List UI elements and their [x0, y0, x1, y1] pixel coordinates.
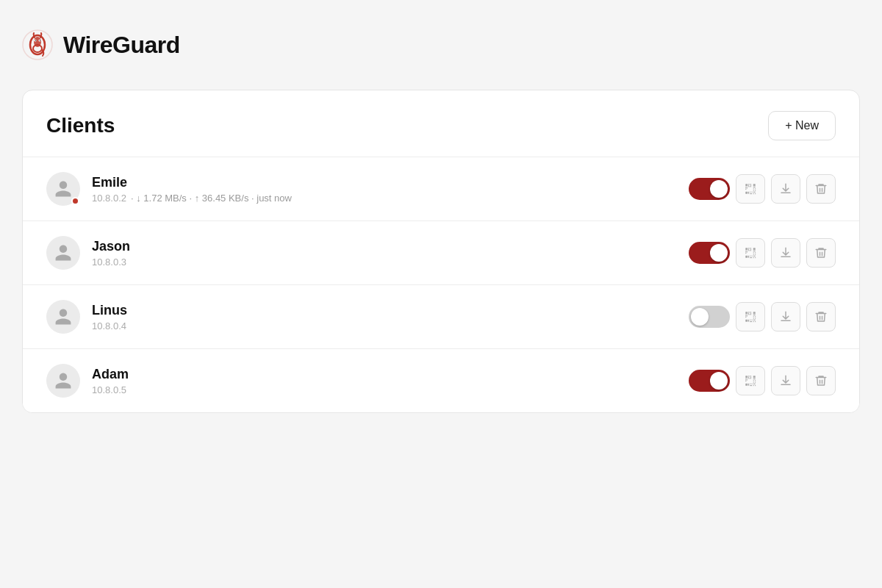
client-avatar — [46, 300, 80, 334]
new-client-button[interactable]: + New — [768, 111, 836, 140]
svg-point-6 — [35, 40, 36, 40]
svg-rect-98 — [748, 377, 749, 378]
svg-rect-77 — [745, 316, 746, 317]
delete-button[interactable] — [806, 238, 836, 268]
client-row: Linus 10.8.0.4 — [23, 285, 859, 349]
client-meta: 10.8.0.3 — [92, 257, 674, 268]
delete-button[interactable] — [806, 174, 836, 204]
svg-rect-21 — [745, 188, 746, 189]
svg-rect-70 — [748, 313, 749, 314]
client-toggle[interactable] — [689, 370, 730, 392]
download-icon — [779, 310, 792, 323]
client-name: Adam — [92, 367, 674, 382]
svg-rect-92 — [745, 376, 747, 378]
svg-rect-95 — [748, 376, 749, 376]
svg-rect-47 — [745, 251, 746, 251]
svg-rect-53 — [753, 252, 754, 253]
svg-rect-67 — [748, 312, 749, 312]
toggle-thumb — [710, 244, 728, 262]
svg-rect-37 — [753, 248, 756, 250]
qr-code-button[interactable] — [736, 174, 765, 204]
wireguard-logo-icon — [22, 29, 53, 60]
svg-rect-34 — [753, 193, 754, 194]
svg-rect-94 — [745, 384, 747, 386]
person-icon — [54, 307, 73, 326]
svg-rect-105 — [745, 380, 746, 381]
svg-rect-58 — [750, 257, 752, 258]
client-avatar — [46, 172, 80, 206]
svg-rect-90 — [753, 321, 754, 322]
svg-rect-72 — [748, 314, 749, 315]
client-info: Linus 10.8.0.4 — [92, 303, 674, 331]
svg-rect-106 — [747, 380, 747, 381]
svg-rect-119 — [755, 385, 756, 386]
person-icon — [54, 179, 73, 198]
svg-rect-22 — [747, 188, 747, 189]
svg-rect-10 — [745, 192, 747, 194]
svg-rect-19 — [745, 187, 746, 187]
svg-rect-100 — [748, 378, 749, 379]
download-button[interactable] — [771, 238, 800, 268]
client-toggle[interactable] — [689, 178, 730, 200]
svg-rect-28 — [750, 192, 750, 193]
svg-rect-17 — [750, 186, 750, 187]
svg-rect-62 — [753, 257, 754, 258]
app-header: WireGuard — [22, 22, 860, 68]
svg-rect-33 — [753, 192, 756, 193]
client-toggle[interactable] — [689, 306, 730, 328]
svg-rect-68 — [750, 312, 750, 312]
svg-rect-85 — [752, 320, 753, 320]
svg-rect-56 — [750, 256, 750, 257]
download-button[interactable] — [771, 302, 800, 331]
qr-code-button[interactable] — [736, 238, 765, 268]
svg-rect-81 — [753, 316, 754, 317]
svg-point-7 — [40, 40, 40, 40]
trash-icon — [814, 374, 828, 387]
qr-code-button[interactable] — [736, 366, 765, 395]
toggle-thumb — [710, 180, 728, 198]
client-avatar — [46, 236, 80, 270]
clients-card: Clients + New Emile 10.8.0.2 · ↓ 1.72 MB… — [22, 90, 860, 413]
svg-rect-54 — [755, 252, 756, 253]
svg-rect-86 — [750, 321, 752, 322]
svg-rect-52 — [753, 251, 756, 251]
client-name: Linus — [92, 303, 674, 318]
client-actions — [689, 366, 836, 395]
svg-rect-108 — [753, 379, 756, 379]
svg-rect-84 — [750, 320, 750, 320]
svg-rect-57 — [752, 256, 753, 257]
qr-code-icon — [744, 246, 757, 259]
svg-rect-60 — [755, 254, 756, 255]
download-icon — [779, 374, 792, 387]
svg-rect-64 — [745, 312, 747, 314]
delete-button[interactable] — [806, 366, 836, 395]
qr-code-icon — [744, 374, 757, 387]
svg-rect-87 — [753, 318, 754, 319]
client-name: Jason — [92, 239, 674, 254]
svg-rect-30 — [750, 193, 752, 194]
download-button[interactable] — [771, 174, 800, 204]
svg-rect-16 — [748, 186, 749, 187]
svg-rect-97 — [750, 376, 751, 376]
svg-rect-49 — [745, 252, 746, 253]
download-button[interactable] — [771, 366, 800, 395]
toggle-thumb — [710, 372, 728, 390]
svg-rect-13 — [750, 184, 751, 184]
svg-rect-12 — [750, 184, 750, 184]
svg-rect-71 — [750, 313, 751, 314]
person-icon — [54, 371, 73, 390]
svg-rect-42 — [748, 249, 749, 250]
svg-rect-39 — [748, 248, 749, 248]
client-info: Emile 10.8.0.2 · ↓ 1.72 MB/s · ↑ 36.45 K… — [92, 175, 674, 204]
delete-button[interactable] — [806, 302, 836, 331]
svg-rect-116 — [755, 382, 756, 383]
svg-rect-80 — [753, 315, 756, 315]
client-name: Emile — [92, 175, 674, 190]
trash-icon — [814, 310, 828, 323]
svg-rect-31 — [753, 190, 754, 191]
client-row: Adam 10.8.0.5 — [23, 349, 859, 412]
client-ip: 10.8.0.5 — [92, 384, 126, 395]
client-toggle[interactable] — [689, 242, 730, 264]
qr-code-button[interactable] — [736, 302, 765, 331]
svg-rect-45 — [750, 250, 750, 251]
